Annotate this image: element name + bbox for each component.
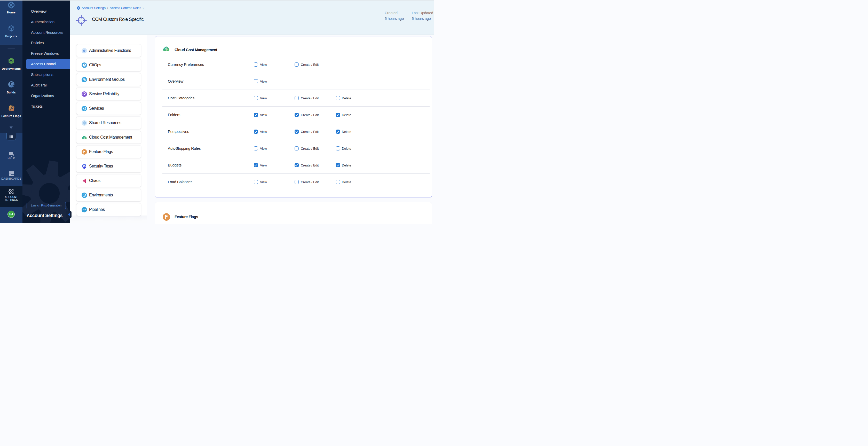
svg-text:?: ? bbox=[10, 152, 11, 155]
svg-text:$: $ bbox=[84, 136, 85, 139]
svg-text:$: $ bbox=[165, 47, 167, 51]
